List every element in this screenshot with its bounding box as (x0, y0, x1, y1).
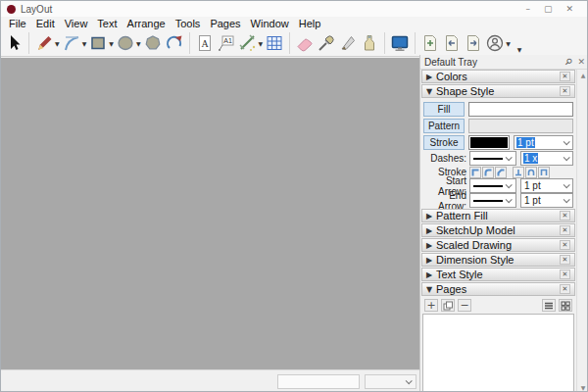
close-icon[interactable]: ✕ (560, 72, 570, 81)
scroll-down-icon[interactable]: ▼ (581, 384, 586, 391)
select-tool-button[interactable] (3, 31, 24, 55)
start-arrow-size-combo[interactable]: 1 pt (520, 178, 573, 193)
eraser-tool-icon (295, 33, 315, 53)
section-colors[interactable]: ▶ Colors ✕ (421, 70, 575, 83)
close-icon[interactable]: ✕ (560, 284, 570, 294)
cap-round-button[interactable] (525, 167, 537, 178)
pattern-toggle-button[interactable]: Pattern (423, 119, 465, 133)
close-icon[interactable]: ✕ (560, 86, 570, 96)
status-bar (1, 369, 419, 392)
section-shape-style[interactable]: ▼ Shape Style ✕ (421, 84, 575, 98)
section-label: Colors (436, 71, 560, 82)
minimize-button[interactable]: – (525, 1, 530, 17)
expand-right-icon: ▶ (426, 226, 436, 235)
circle-tool-button[interactable]: ▼ (115, 31, 142, 55)
scroll-up-icon[interactable]: ▲ (581, 72, 586, 78)
next-page-button[interactable] (463, 31, 484, 55)
account-button[interactable]: ▼ (484, 31, 512, 55)
add-page-button[interactable] (419, 31, 441, 55)
document-canvas[interactable] (1, 58, 419, 369)
stroke-width-combo[interactable]: 1 pt (514, 135, 573, 150)
close-button[interactable]: ✕ (565, 1, 573, 17)
stroke-color-swatch[interactable] (468, 135, 510, 150)
duplicate-page-button[interactable] (441, 299, 455, 312)
cap-square-button[interactable] (538, 167, 550, 178)
toolbar-separator (189, 32, 190, 54)
menu-text[interactable]: Text (92, 17, 122, 30)
section-sketchup-model[interactable]: ▶ SketchUp Model ✕ (421, 223, 575, 237)
dashes-pattern-dropdown[interactable] (469, 151, 516, 166)
select-tool-icon (4, 33, 24, 53)
end-arrow-size-combo[interactable]: 1 pt (520, 193, 573, 208)
section-pattern-fill[interactable]: ▶ Pattern Fill ✕ (421, 209, 575, 222)
close-icon[interactable]: ✕ (560, 225, 570, 235)
tray-scrollbar[interactable]: ▲ ▼ (576, 70, 588, 392)
dashes-scale-combo[interactable]: 1 x (520, 151, 573, 166)
polygon-tool-button[interactable] (142, 31, 164, 55)
menu-view[interactable]: View (60, 17, 93, 30)
text-tool-button[interactable]: A (194, 31, 216, 55)
shape-style-panel: Fill Pattern Stroke 1 pt (421, 99, 575, 209)
stroke-toggle-button[interactable]: Stroke (423, 135, 465, 150)
join-bevel-button[interactable] (495, 167, 507, 178)
section-dimension-style[interactable]: ▶ Dimension Style ✕ (421, 253, 575, 267)
miter-join-icon (470, 168, 480, 177)
pages-list[interactable] (422, 314, 574, 392)
square-cap-icon (539, 168, 549, 177)
list-view-button[interactable] (542, 299, 556, 312)
chevron-down-icon[interactable]: ▼ (109, 40, 114, 47)
chevron-down-icon[interactable]: ▼ (82, 40, 87, 47)
expand-down-icon: ▼ (426, 87, 436, 96)
offset-tool-button[interactable] (164, 31, 185, 55)
end-arrow-style-dropdown[interactable] (469, 193, 516, 208)
fill-toggle-button[interactable]: Fill (423, 102, 465, 117)
maximize-button[interactable]: ▢ (544, 1, 553, 17)
section-text-style[interactable]: ▶ Text Style ✕ (421, 268, 575, 281)
measurements-input[interactable] (277, 374, 360, 389)
delete-page-button[interactable]: − (458, 299, 471, 312)
rectangle-tool-button[interactable]: ▼ (87, 31, 115, 55)
table-tool-button[interactable] (264, 31, 285, 55)
menu-pages[interactable]: Pages (205, 17, 245, 30)
arc-tool-button[interactable]: ▼ (61, 31, 88, 55)
cap-butt-button[interactable] (513, 167, 524, 178)
close-icon[interactable]: ✕ (560, 270, 570, 279)
chevron-down-icon[interactable]: ▼ (506, 40, 511, 47)
previous-page-button[interactable] (441, 31, 463, 55)
menu-file[interactable]: File (4, 17, 31, 30)
dimension-tool-button[interactable]: ▼ (237, 31, 265, 55)
menu-help[interactable]: Help (294, 17, 326, 30)
add-page-list-button[interactable]: + (424, 299, 438, 312)
menu-edit[interactable]: Edit (31, 17, 60, 30)
grid-view-button[interactable] (559, 299, 572, 312)
menu-arrange[interactable]: Arrange (122, 17, 171, 30)
start-presentation-button[interactable] (389, 31, 411, 55)
stroke-width-value: 1 pt (516, 137, 535, 148)
chevron-down-icon (564, 181, 570, 188)
tray-close-icon[interactable]: ✕ (577, 57, 585, 67)
join-round-button[interactable] (482, 167, 494, 178)
join-miter-button[interactable] (469, 167, 481, 178)
section-pages[interactable]: ▼ Pages ✕ (421, 282, 575, 296)
line-tool-button[interactable]: ▼ (33, 31, 61, 55)
split-tool-button[interactable] (337, 31, 359, 55)
pattern-swatch[interactable] (468, 119, 573, 133)
label-tool-icon: A1 (217, 33, 236, 53)
close-icon[interactable]: ✕ (560, 211, 570, 220)
start-arrow-style-dropdown[interactable] (469, 178, 516, 193)
section-scaled-drawing[interactable]: ▶ Scaled Drawing ✕ (421, 238, 575, 252)
fill-color-swatch[interactable] (468, 102, 573, 117)
zoom-combo[interactable] (365, 374, 416, 389)
chevron-down-icon[interactable]: ▼ (55, 40, 60, 47)
chevron-down-icon[interactable]: ▼ (259, 40, 264, 47)
close-icon[interactable]: ✕ (560, 240, 570, 250)
eraser-tool-button[interactable] (294, 31, 316, 55)
join-tool-button[interactable] (359, 31, 380, 55)
label-tool-button[interactable]: A1 (216, 31, 237, 55)
table-tool-icon (265, 33, 284, 53)
menu-window[interactable]: Window (246, 17, 294, 30)
menu-tools[interactable]: Tools (171, 17, 206, 30)
close-icon[interactable]: ✕ (560, 255, 570, 265)
chevron-down-icon[interactable]: ▼ (136, 40, 141, 47)
style-eyedropper-button[interactable] (316, 31, 337, 55)
